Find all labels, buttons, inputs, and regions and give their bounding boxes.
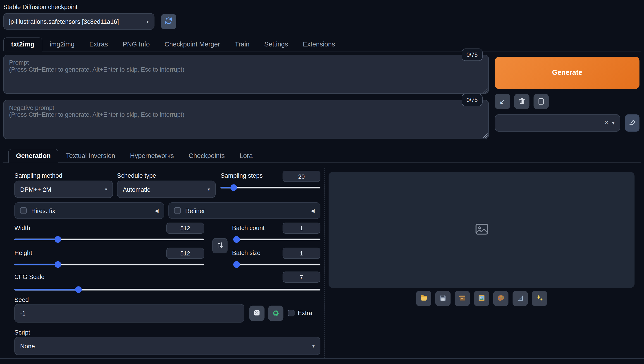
arrow-down-left-icon: ↙ — [500, 97, 506, 106]
height-input[interactable] — [166, 248, 204, 259]
subtab-lora[interactable]: Lora — [232, 149, 260, 162]
tab-png-info[interactable]: PNG Info — [116, 38, 157, 51]
generate-button[interactable]: Generate — [495, 57, 640, 89]
output-gallery[interactable] — [328, 172, 634, 288]
tab-img2img[interactable]: img2img — [42, 38, 82, 51]
tab-settings[interactable]: Settings — [257, 38, 295, 51]
palette-icon — [497, 294, 504, 303]
height-slider[interactable] — [14, 261, 204, 268]
tab-extensions[interactable]: Extensions — [296, 38, 342, 51]
subtab-generation[interactable]: Generation — [8, 149, 58, 163]
hires-fix-label: Hires. fix — [31, 207, 55, 214]
styles-dropdown[interactable]: × ▾ — [495, 114, 620, 132]
width-input[interactable] — [166, 223, 204, 234]
tab-txt2img[interactable]: txt2img — [4, 37, 42, 52]
sampling-steps-slider[interactable] — [221, 184, 320, 191]
prompt-input[interactable] — [4, 55, 489, 94]
send-to-img2img-button[interactable] — [474, 291, 489, 306]
output-toolbar — [328, 291, 634, 306]
checkpoint-area: Stable Diffusion checkpoint jp-illustrat… — [4, 4, 176, 30]
sampling-steps-label: Sampling steps — [221, 172, 263, 179]
refiner-checkbox[interactable] — [174, 207, 181, 214]
paintbrush-icon — [628, 119, 636, 127]
generate-tools-row: ↙ — [495, 94, 549, 109]
schedule-type-value: Automatic — [123, 186, 150, 193]
slider-thumb[interactable] — [233, 236, 240, 243]
upscale-button[interactable] — [532, 291, 547, 306]
batch-size-input[interactable] — [283, 248, 320, 259]
save-zip-button[interactable] — [454, 291, 470, 306]
save-image-button[interactable] — [435, 291, 450, 306]
reuse-seed-button[interactable]: ♻ — [268, 306, 283, 321]
slider-thumb[interactable] — [55, 236, 61, 243]
image-placeholder-icon — [475, 224, 488, 237]
slider-thumb[interactable] — [233, 261, 240, 268]
archive-icon — [458, 294, 466, 303]
refresh-checkpoint-button[interactable] — [161, 14, 176, 29]
tab-checkpoint-merger[interactable]: Checkpoint Merger — [157, 38, 228, 51]
swap-dimensions-button[interactable] — [212, 238, 228, 253]
extra-seed-checkbox[interactable] — [288, 310, 294, 316]
hires-fix-panel[interactable]: Hires. fix ◀ — [14, 202, 164, 219]
checkpoint-dropdown[interactable]: jp-illustrations.safetensors [3c8ed11a16… — [4, 13, 154, 30]
clipboard-icon — [537, 97, 545, 106]
batch-count-slider[interactable] — [235, 236, 320, 243]
sampling-steps-input[interactable] — [283, 171, 320, 182]
open-folder-button[interactable] — [416, 291, 431, 306]
slider-track[interactable] — [235, 239, 320, 240]
send-to-inpaint-button[interactable] — [493, 291, 508, 306]
generate-column: Generate ↙ × ▾ — [495, 57, 640, 135]
extra-seed-label: Extra — [298, 309, 312, 316]
cfg-scale-slider[interactable] — [14, 286, 320, 293]
slider-thumb[interactable] — [230, 184, 237, 191]
sampling-method-dropdown[interactable]: DPM++ 2M ▾ — [14, 181, 113, 198]
read-params-button[interactable]: ↙ — [495, 94, 510, 109]
slider-track[interactable] — [235, 264, 320, 265]
batch-size-label: Batch size — [232, 249, 261, 256]
subtab-hypernetworks[interactable]: Hypernetworks — [123, 149, 181, 162]
negative-prompt-input[interactable] — [4, 100, 489, 139]
picture-icon — [478, 294, 486, 303]
prompt-wrapper: 0/75 — [4, 55, 489, 94]
batch-count-input[interactable] — [283, 223, 320, 234]
sparkles-icon — [536, 294, 543, 303]
collapse-left-icon: ◀ — [155, 208, 158, 214]
tab-train[interactable]: Train — [228, 38, 257, 51]
cfg-scale-input[interactable] — [283, 272, 320, 283]
width-label: Width — [14, 224, 30, 231]
subtab-textual-inversion[interactable]: Textual Inversion — [58, 149, 123, 162]
batch-size-slider[interactable] — [235, 261, 320, 268]
main-tab-bar: txt2img img2img Extras PNG Info Checkpoi… — [4, 37, 641, 52]
clear-icon[interactable]: × — [604, 119, 608, 127]
chevron-down-icon: ▾ — [612, 120, 614, 126]
sub-tab-bar: Generation Textual Inversion Hypernetwor… — [4, 149, 641, 163]
subtab-checkpoints[interactable]: Checkpoints — [181, 149, 232, 162]
styles-row: × ▾ — [495, 114, 640, 132]
negative-prompt-token-counter: 0/75 — [462, 94, 483, 106]
sampling-method-label: Sampling method — [14, 172, 62, 179]
edit-styles-button[interactable] — [625, 114, 640, 132]
script-label: Script — [14, 329, 30, 336]
refresh-icon — [164, 17, 173, 27]
chevron-down-icon: ▾ — [312, 343, 314, 349]
chevron-down-icon: ▾ — [105, 187, 107, 192]
random-seed-button[interactable] — [249, 306, 264, 321]
clear-prompt-button[interactable] — [514, 94, 529, 109]
slider-thumb[interactable] — [55, 261, 61, 268]
send-to-extras-button[interactable] — [512, 291, 528, 306]
refiner-panel[interactable]: Refiner ◀ — [168, 202, 320, 219]
prompt-column: 0/75 0/75 — [4, 55, 489, 139]
folder-icon — [420, 294, 428, 303]
slider-thumb[interactable] — [75, 286, 82, 293]
schedule-type-dropdown[interactable]: Automatic ▾ — [117, 181, 216, 198]
apply-styles-button[interactable] — [534, 94, 549, 109]
seed-input[interactable] — [14, 304, 244, 322]
trash-icon — [518, 97, 526, 106]
floppy-icon — [439, 294, 447, 303]
width-slider[interactable] — [14, 236, 204, 243]
tab-extras[interactable]: Extras — [82, 38, 116, 51]
slider-fill — [14, 239, 58, 240]
column-divider — [324, 168, 325, 358]
script-dropdown[interactable]: None ▾ — [14, 337, 320, 355]
hires-fix-checkbox[interactable] — [20, 207, 27, 214]
